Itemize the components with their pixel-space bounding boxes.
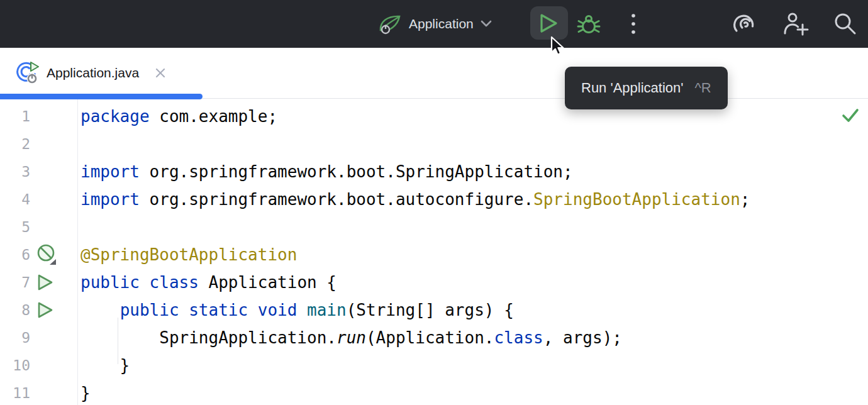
gutter-spacer	[30, 379, 77, 405]
code-line[interactable]: 3import org.springframework.boot.SpringA…	[0, 158, 868, 186]
code-token: public class	[81, 273, 199, 292]
spring-leaf-icon	[377, 11, 403, 36]
close-icon[interactable]	[154, 67, 167, 79]
editor-tab-bar: Application.java	[0, 48, 868, 99]
debug-bug-icon	[576, 11, 601, 36]
line-number: 5	[0, 219, 30, 235]
tab-progress-bar	[0, 94, 203, 99]
line-number: 11	[0, 385, 30, 401]
run-configuration-selector[interactable]: Application	[377, 0, 492, 48]
code-token: ;	[740, 190, 750, 209]
tooltip-shortcut: ^R	[695, 80, 711, 96]
checkmark-icon[interactable]	[842, 108, 859, 124]
code-text: }	[77, 356, 130, 375]
code-token: (String[] args) {	[347, 301, 514, 319]
line-number: 1	[0, 108, 30, 125]
code-line[interactable]: 8 public static void main(String[] args)…	[0, 296, 868, 324]
gutter-spacer	[30, 158, 77, 186]
code-line[interactable]: 2	[0, 130, 868, 158]
code-token: @SpringBootApplication	[81, 245, 297, 264]
run-tooltip: Run 'Application' ^R	[565, 67, 728, 109]
code-token: import	[81, 162, 140, 181]
gutter-spacer	[30, 213, 77, 241]
code-with-me-button[interactable]	[781, 0, 810, 48]
code-token: SpringBootApplication	[533, 190, 740, 209]
tab-application-java[interactable]: Application.java	[15, 48, 167, 98]
run-config-label: Application	[409, 16, 474, 31]
code-text: import org.springframework.boot.autoconf…	[77, 190, 750, 209]
code-token: org.springframework.boot.SpringApplicati…	[140, 162, 573, 181]
code-token: Application {	[199, 273, 337, 292]
code-text: @SpringBootApplication	[77, 245, 297, 264]
code-token: , args);	[543, 328, 622, 347]
gutter-spacer	[30, 186, 77, 213]
toolbar-more-button[interactable]	[625, 0, 642, 48]
search-icon	[833, 11, 858, 36]
code-token: org.springframework.boot.autoconfigure.	[140, 190, 533, 209]
code-text: SpringApplication.run(Application.class,…	[77, 328, 622, 347]
code-text: package com.example;	[77, 107, 277, 126]
code-line[interactable]: 7public class Application {	[0, 269, 868, 296]
code-token: com.example;	[150, 107, 278, 126]
line-number: 10	[0, 357, 30, 374]
spring-bean-gutter-icon[interactable]	[30, 241, 77, 269]
mouse-cursor	[547, 35, 565, 58]
code-text: import org.springframework.boot.SpringAp…	[77, 162, 573, 181]
code-token: }	[81, 384, 91, 402]
gutter-spacer	[30, 103, 77, 130]
code-token: main	[307, 301, 347, 319]
gutter-spacer	[30, 324, 77, 352]
line-number: 8	[0, 302, 30, 318]
ai-assistant-button[interactable]	[730, 0, 757, 48]
line-number: 4	[0, 191, 30, 208]
code-line[interactable]: 11}	[0, 379, 868, 405]
run-gutter-icon[interactable]	[30, 269, 77, 296]
line-number: 3	[0, 164, 30, 180]
code-line[interactable]: 5	[0, 213, 868, 241]
code-token: SpringApplication.	[81, 328, 337, 347]
code-token: public static void	[120, 301, 298, 319]
kebab-menu-icon	[630, 12, 637, 36]
code-line[interactable]: 1package com.example;	[0, 103, 868, 130]
search-button[interactable]	[832, 0, 859, 48]
main-toolbar: Application	[0, 0, 868, 48]
gutter-spacer	[30, 130, 77, 158]
code-area: 1package com.example;23import org.spring…	[0, 103, 868, 405]
code-token: package	[81, 107, 150, 126]
code-token: run	[337, 328, 366, 347]
line-number: 7	[0, 274, 30, 291]
code-line[interactable]: 6@SpringBootApplication	[0, 241, 868, 269]
code-text: public static void main(String[] args) {	[77, 301, 514, 319]
code-token	[81, 301, 120, 319]
add-user-icon	[782, 11, 810, 37]
code-token: }	[81, 356, 130, 375]
debug-button[interactable]	[575, 0, 603, 48]
line-number: 2	[0, 136, 30, 152]
code-token: (Application.	[366, 328, 494, 347]
run-gutter-icon[interactable]	[30, 296, 77, 324]
code-line[interactable]: 10 }	[0, 352, 868, 379]
ide-window: Application	[0, 0, 868, 405]
code-line[interactable]: 9 SpringApplication.run(Application.clas…	[0, 324, 868, 352]
code-editor[interactable]: 1package com.example;23import org.spring…	[0, 99, 868, 405]
line-number: 9	[0, 330, 30, 346]
code-text: }	[77, 384, 91, 402]
tab-label: Application.java	[47, 65, 139, 80]
ai-swirl-icon	[731, 11, 756, 36]
code-token: class	[494, 328, 543, 347]
tooltip-label: Run 'Application'	[581, 80, 684, 96]
gutter-spacer	[30, 352, 77, 379]
spring-boot-class-icon	[15, 61, 39, 85]
code-token: import	[81, 190, 140, 209]
code-line[interactable]: 4import org.springframework.boot.autocon…	[0, 186, 868, 213]
chevron-down-icon	[480, 19, 492, 28]
code-text: public class Application {	[77, 273, 337, 292]
code-token	[297, 301, 307, 319]
line-number: 6	[0, 247, 30, 263]
